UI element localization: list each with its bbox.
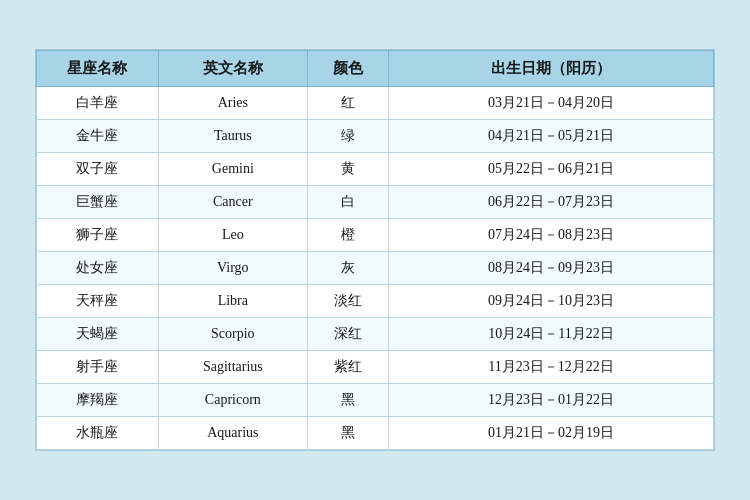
cell-chinese: 白羊座 — [37, 87, 159, 120]
table-row: 金牛座Taurus绿04月21日－05月21日 — [37, 120, 714, 153]
cell-chinese: 水瓶座 — [37, 417, 159, 450]
cell-color: 深红 — [307, 318, 388, 351]
cell-color: 绿 — [307, 120, 388, 153]
table-row: 双子座Gemini黄05月22日－06月21日 — [37, 153, 714, 186]
table-row: 狮子座Leo橙07月24日－08月23日 — [37, 219, 714, 252]
cell-color: 橙 — [307, 219, 388, 252]
cell-chinese: 狮子座 — [37, 219, 159, 252]
cell-chinese: 天秤座 — [37, 285, 159, 318]
header-date: 出生日期（阳历） — [389, 51, 714, 87]
cell-english: Sagittarius — [158, 351, 307, 384]
cell-color: 紫红 — [307, 351, 388, 384]
header-english: 英文名称 — [158, 51, 307, 87]
cell-date: 03月21日－04月20日 — [389, 87, 714, 120]
cell-english: Taurus — [158, 120, 307, 153]
cell-chinese: 射手座 — [37, 351, 159, 384]
cell-date: 06月22日－07月23日 — [389, 186, 714, 219]
cell-color: 红 — [307, 87, 388, 120]
cell-color: 黑 — [307, 384, 388, 417]
cell-color: 黄 — [307, 153, 388, 186]
cell-chinese: 巨蟹座 — [37, 186, 159, 219]
cell-date: 12月23日－01月22日 — [389, 384, 714, 417]
cell-chinese: 摩羯座 — [37, 384, 159, 417]
header-chinese: 星座名称 — [37, 51, 159, 87]
table-row: 射手座Sagittarius紫红11月23日－12月22日 — [37, 351, 714, 384]
cell-date: 09月24日－10月23日 — [389, 285, 714, 318]
table-row: 摩羯座Capricorn黑12月23日－01月22日 — [37, 384, 714, 417]
cell-english: Cancer — [158, 186, 307, 219]
table-row: 巨蟹座Cancer白06月22日－07月23日 — [37, 186, 714, 219]
cell-chinese: 双子座 — [37, 153, 159, 186]
cell-date: 10月24日－11月22日 — [389, 318, 714, 351]
cell-english: Aries — [158, 87, 307, 120]
cell-english: Aquarius — [158, 417, 307, 450]
table-row: 天秤座Libra淡红09月24日－10月23日 — [37, 285, 714, 318]
cell-date: 05月22日－06月21日 — [389, 153, 714, 186]
cell-date: 11月23日－12月22日 — [389, 351, 714, 384]
cell-color: 灰 — [307, 252, 388, 285]
cell-english: Virgo — [158, 252, 307, 285]
cell-date: 04月21日－05月21日 — [389, 120, 714, 153]
cell-chinese: 金牛座 — [37, 120, 159, 153]
cell-chinese: 处女座 — [37, 252, 159, 285]
zodiac-table: 星座名称 英文名称 颜色 出生日期（阳历） 白羊座Aries红03月21日－04… — [36, 50, 714, 450]
table-row: 处女座Virgo灰08月24日－09月23日 — [37, 252, 714, 285]
cell-english: Libra — [158, 285, 307, 318]
cell-color: 黑 — [307, 417, 388, 450]
cell-english: Scorpio — [158, 318, 307, 351]
table-row: 水瓶座Aquarius黑01月21日－02月19日 — [37, 417, 714, 450]
table-row: 天蝎座Scorpio深红10月24日－11月22日 — [37, 318, 714, 351]
table-header-row: 星座名称 英文名称 颜色 出生日期（阳历） — [37, 51, 714, 87]
cell-english: Capricorn — [158, 384, 307, 417]
cell-date: 07月24日－08月23日 — [389, 219, 714, 252]
cell-color: 白 — [307, 186, 388, 219]
cell-date: 08月24日－09月23日 — [389, 252, 714, 285]
cell-color: 淡红 — [307, 285, 388, 318]
cell-date: 01月21日－02月19日 — [389, 417, 714, 450]
header-color: 颜色 — [307, 51, 388, 87]
table-row: 白羊座Aries红03月21日－04月20日 — [37, 87, 714, 120]
cell-english: Gemini — [158, 153, 307, 186]
zodiac-table-wrapper: 星座名称 英文名称 颜色 出生日期（阳历） 白羊座Aries红03月21日－04… — [35, 49, 715, 451]
cell-english: Leo — [158, 219, 307, 252]
cell-chinese: 天蝎座 — [37, 318, 159, 351]
